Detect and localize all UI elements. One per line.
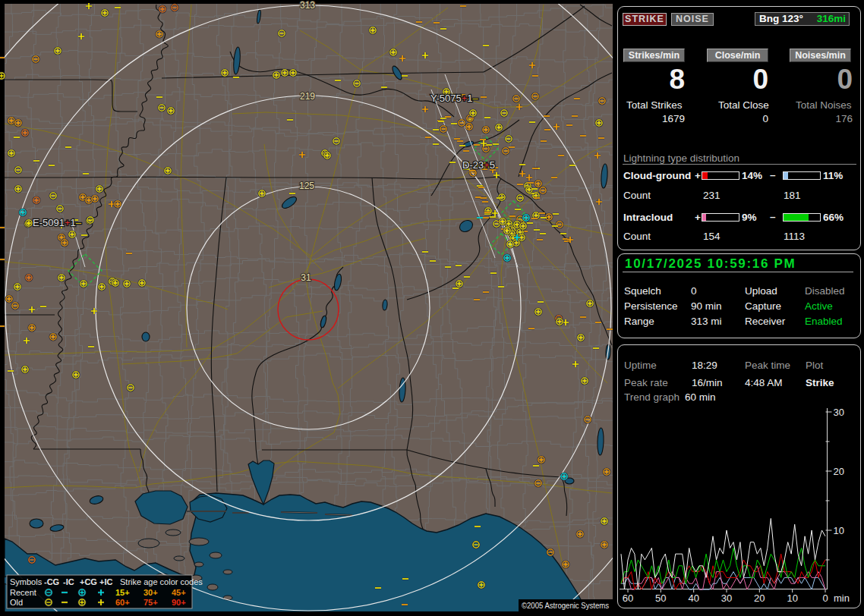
svg-text:min: min	[834, 592, 850, 604]
svg-text:40: 40	[688, 592, 698, 604]
svg-text:60: 60	[623, 592, 633, 604]
svg-text:20: 20	[754, 592, 765, 604]
svg-text:0: 0	[822, 592, 828, 604]
svg-text:10: 10	[787, 592, 797, 604]
svg-text:20: 20	[834, 466, 844, 477]
svg-text:30: 30	[834, 407, 844, 418]
svg-text:50: 50	[655, 592, 666, 604]
svg-text:30: 30	[721, 592, 732, 604]
svg-text:10: 10	[834, 525, 844, 536]
